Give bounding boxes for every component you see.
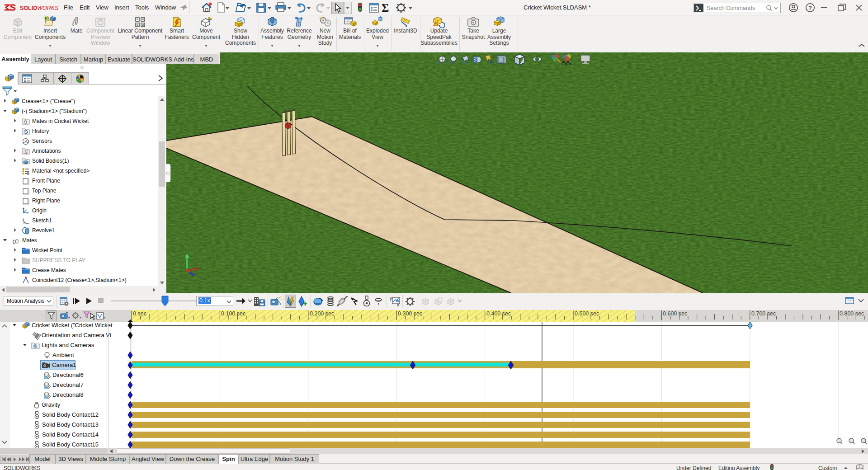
svg-text:Σ: Σ — [382, 2, 389, 14]
svg-text:A: A — [490, 59, 494, 65]
svg-text:0.700 sec: 0.700 sec — [751, 310, 776, 317]
svg-text:0 sec: 0 sec — [133, 310, 146, 317]
svg-text:0.400 sec: 0.400 sec — [486, 310, 511, 317]
svg-text:0.500 sec: 0.500 sec — [575, 310, 599, 317]
svg-text:x: x — [397, 302, 399, 307]
svg-text:y: y — [390, 296, 392, 301]
svg-text:SOLIDWORKS: SOLIDWORKS — [20, 5, 59, 11]
svg-text:0.300 sec: 0.300 sec — [398, 310, 422, 317]
svg-text:!: ! — [435, 22, 437, 26]
svg-text:0.800 sec: 0.800 sec — [840, 310, 864, 317]
svg-text:0.100 sec: 0.100 sec — [221, 310, 245, 317]
svg-text:0.600 sec: 0.600 sec — [663, 310, 687, 317]
svg-text:?: ? — [808, 5, 812, 11]
svg-text:0.200 sec: 0.200 sec — [310, 310, 334, 317]
